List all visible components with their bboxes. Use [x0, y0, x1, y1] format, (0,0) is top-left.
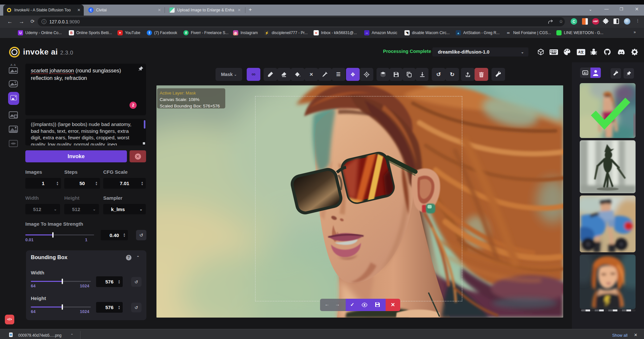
svg-text:A: A — [10, 64, 13, 67]
svg-text:A: A — [14, 64, 16, 67]
